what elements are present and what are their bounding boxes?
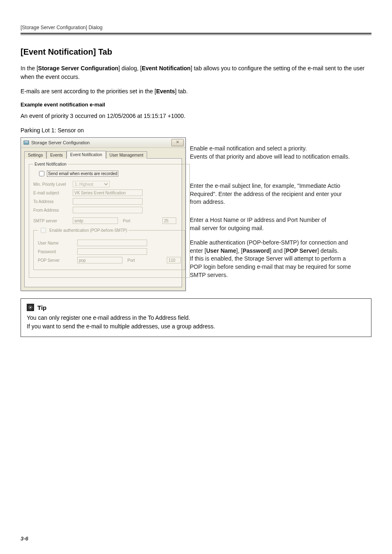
callout-2-line-3: from address.: [190, 198, 371, 206]
send-email-checkbox[interactable]: [39, 171, 44, 176]
callout-4-line-5: SMTP servers.: [190, 271, 371, 279]
tip-line-1: You can only register one e-mail address…: [27, 314, 365, 322]
min-priority-label: Min. Priority Level: [33, 182, 70, 187]
header-rule: [21, 33, 371, 35]
send-email-label: Send email when events are recorded: [48, 171, 118, 176]
example-line-1: An event of priority 3 occurred on 12/05…: [21, 112, 371, 120]
pop-port-input[interactable]: [167, 257, 181, 263]
from-address-label: From Address: [33, 208, 70, 212]
callout-3: Enter a Host Name or IP address and Port…: [186, 216, 371, 232]
tab-body: Event Notification Send email when event…: [24, 158, 182, 287]
smtp-port-input[interactable]: [162, 217, 176, 224]
callout-2: Enter the e-mail subject line, for examp…: [186, 182, 371, 206]
intro2-bold: Events: [156, 88, 175, 95]
page-number: 3-6: [21, 536, 28, 542]
intro-bold-1: Storage Server Configuration: [38, 65, 118, 72]
intro-paragraph-1: In the [Storage Server Configuration] di…: [21, 64, 371, 81]
email-subject-label: E-mail subject: [33, 191, 70, 195]
tab-settings[interactable]: Settings: [24, 151, 46, 159]
svg-rect-0: [24, 141, 29, 145]
callout-3-line-2: mail server for outgoing mail.: [190, 224, 371, 233]
tabs-row: Settings Events Event Notification User …: [21, 148, 185, 158]
callout-4-line-3: If this is enabled, the Storage Server w…: [190, 255, 371, 263]
section-title: [Event Notification] Tab: [21, 47, 371, 57]
intro-text: In the [: [21, 65, 38, 72]
smtp-port-label: Port: [123, 219, 160, 223]
callout-4-text: enter [: [190, 247, 206, 254]
tab-event-notification[interactable]: Event Notification: [67, 151, 106, 159]
pop-server-input[interactable]: [77, 257, 122, 263]
pop-auth-checkbox[interactable]: [41, 228, 46, 233]
callout-4-line-1: Enable authentication (POP-before-SMTP) …: [190, 239, 371, 247]
callout-4-text: ], [: [236, 247, 243, 254]
callout-1-line-2: Events of that priority and above will l…: [190, 153, 371, 161]
callout-4-line-4: POP login before sending e-mail that may…: [190, 263, 371, 271]
intro-text: ] dialog, [: [118, 65, 142, 72]
pop-auth-legend: Enable authentication (POP-before-SMTP): [38, 226, 129, 234]
intro2-text: E-mails are sent according to the priori…: [21, 88, 156, 95]
to-address-input[interactable]: [73, 198, 143, 205]
event-notification-group: Event Notification Send email when event…: [29, 162, 190, 278]
callout-4-bold: Password: [242, 247, 270, 254]
example-heading: Example event notification e-mail: [21, 102, 371, 108]
from-address-input[interactable]: [73, 207, 143, 213]
intro-paragraph-2: E-mails are sent according to the priori…: [21, 87, 371, 96]
password-label: Password: [38, 249, 75, 254]
tab-user-management[interactable]: User Management: [106, 151, 147, 159]
callout-2-line-2: Required". Enter the address of the reci…: [190, 190, 371, 199]
tab-events[interactable]: Events: [46, 151, 67, 159]
callouts-column: Enable e-mail notification and select a …: [186, 137, 371, 279]
intro2-text: ] tab.: [175, 88, 188, 95]
pop-server-label: POP Server: [38, 258, 75, 263]
running-header: [Storage Server Configuration] Dialog: [21, 25, 371, 33]
example-line-2: Parking Lot 1: Sensor on: [21, 126, 371, 135]
callout-4-line-2: enter [User Name], [Password] and [POP S…: [190, 247, 371, 255]
tip-title: Tip: [37, 304, 46, 311]
callout-4-text: ] details.: [317, 247, 339, 254]
svg-point-3: [30, 307, 31, 308]
callout-4: Enable authentication (POP-before-SMTP) …: [186, 239, 371, 279]
password-input[interactable]: [77, 248, 147, 255]
callout-4-bold: POP Server: [286, 247, 317, 254]
smtp-server-label: SMTP server: [33, 219, 70, 223]
dialog-title: Storage Server Configuration: [31, 140, 90, 145]
storage-server-config-dialog: Storage Server Configuration ✕ Settings …: [21, 137, 186, 291]
email-subject-input[interactable]: [73, 189, 143, 196]
app-icon: [23, 140, 29, 145]
svg-rect-1: [25, 141, 28, 142]
tip-header: Tip: [27, 304, 365, 311]
callout-1: Enable e-mail notification and select a …: [186, 145, 371, 161]
tip-line-2: If you want to send the e-mail to multip…: [27, 322, 365, 331]
callout-4-text: ] and [: [270, 247, 286, 254]
callout-3-line-1: Enter a Host Name or IP address and Port…: [190, 216, 371, 224]
pop-auth-label: Enable authentication (POP-before-SMTP): [49, 228, 127, 233]
callout-4-bold: User Name: [206, 247, 236, 254]
to-address-label: To Address: [33, 199, 70, 204]
event-notification-legend: Event Notification: [33, 162, 68, 166]
intro-bold-2: Event Notification: [142, 65, 191, 72]
figure-row: Storage Server Configuration ✕ Settings …: [21, 137, 371, 291]
close-button[interactable]: ✕: [171, 139, 184, 146]
user-name-label: User Name: [38, 241, 75, 245]
user-name-input[interactable]: [77, 240, 147, 246]
min-priority-select[interactable]: 1. Highest: [73, 181, 110, 187]
callout-2-line-1: Enter the e-mail subject line, for examp…: [190, 182, 371, 190]
tip-box: Tip You can only register one e-mail add…: [21, 298, 371, 337]
pop-auth-group: Enable authentication (POP-before-SMTP) …: [33, 226, 185, 270]
pop-port-label: Port: [127, 258, 164, 263]
dialog-titlebar: Storage Server Configuration ✕: [21, 138, 185, 148]
smtp-server-input[interactable]: [73, 217, 118, 224]
callout-1-line-1: Enable e-mail notification and select a …: [190, 145, 371, 153]
tip-icon: [27, 304, 34, 311]
